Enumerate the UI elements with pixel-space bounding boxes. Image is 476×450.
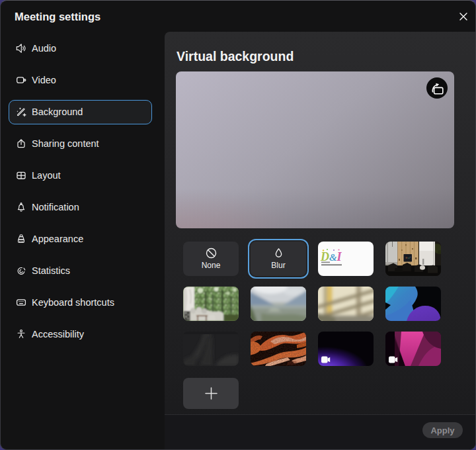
- svg-text:D: D: [320, 250, 329, 263]
- svg-text:I: I: [337, 250, 342, 263]
- svg-text:&: &: [329, 252, 337, 263]
